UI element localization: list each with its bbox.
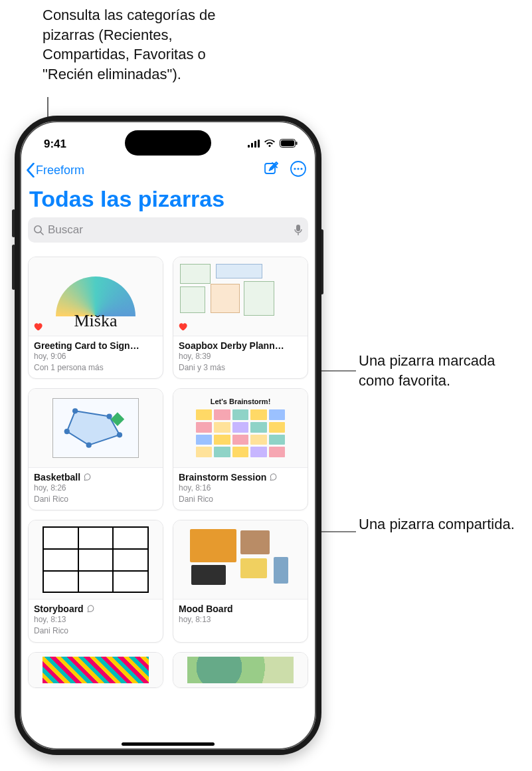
more-button[interactable] <box>290 160 307 180</box>
shared-icon <box>86 604 96 613</box>
svg-rect-3 <box>248 145 250 148</box>
wifi-icon <box>264 138 276 151</box>
search-icon <box>33 225 44 235</box>
board-grid-scroll[interactable]: Miška Greeting Card to Sign… hoy, 9:06 C… <box>20 251 316 750</box>
board-time: hoy, 8:26 <box>34 483 157 494</box>
svg-rect-17 <box>296 225 300 231</box>
board-time: hoy, 8:13 <box>179 615 302 625</box>
home-indicator[interactable] <box>122 742 215 746</box>
search-input[interactable] <box>48 223 290 237</box>
dictation-icon[interactable] <box>294 224 303 236</box>
svg-point-23 <box>86 443 92 448</box>
board-card[interactable] <box>28 652 163 688</box>
svg-rect-4 <box>251 143 253 148</box>
board-thumbnail: Let's Brainstorm! <box>173 389 308 467</box>
board-people: Dani Rico <box>179 495 302 505</box>
board-title: Storyboard <box>34 604 84 614</box>
board-card[interactable]: Mood Board hoy, 8:13 <box>173 520 308 642</box>
callout-favorite: Una pizarra marcada como favorita. <box>359 351 532 390</box>
favorite-heart-icon <box>33 321 43 332</box>
thumbnail-title: Let's Brainstorm! <box>191 397 290 405</box>
board-thumbnail <box>173 257 308 336</box>
board-card[interactable] <box>173 652 308 688</box>
shared-icon <box>83 473 92 482</box>
cellular-icon <box>248 138 260 151</box>
svg-rect-6 <box>258 140 260 148</box>
favorite-heart-icon <box>177 321 188 332</box>
svg-rect-9 <box>296 142 298 145</box>
board-time: hoy, 8:39 <box>179 352 302 362</box>
board-time: hoy, 9:06 <box>34 352 157 362</box>
board-thumbnail <box>29 389 163 467</box>
svg-point-20 <box>72 408 78 413</box>
board-people: Dani Rico <box>34 495 157 505</box>
board-thumbnail <box>29 520 163 599</box>
board-time: hoy, 8:13 <box>34 615 157 625</box>
board-thumbnail: Miška <box>29 257 163 336</box>
iphone-frame: 9:41 <box>15 116 321 755</box>
compose-icon <box>263 161 279 177</box>
board-people: Dani y 3 más <box>179 363 302 374</box>
board-card[interactable]: Let's Brainstorm! Brainstorm Session <box>173 388 308 510</box>
svg-line-16 <box>41 232 43 235</box>
svg-point-14 <box>300 167 302 169</box>
svg-point-12 <box>294 167 296 169</box>
board-title: Soapbox Derby Plann… <box>179 340 284 351</box>
back-label: Freeform <box>36 164 84 177</box>
board-thumbnail <box>173 653 308 687</box>
svg-point-24 <box>64 429 70 434</box>
board-thumbnail <box>173 520 308 599</box>
svg-rect-8 <box>281 140 294 146</box>
svg-rect-5 <box>254 141 256 148</box>
chevron-left-icon <box>25 163 36 177</box>
callout-shared: Una pizarra compartida. <box>359 514 515 534</box>
board-grid: Miška Greeting Card to Sign… hoy, 9:06 C… <box>28 257 308 688</box>
svg-point-21 <box>106 414 112 419</box>
status-time: 9:41 <box>44 138 66 151</box>
board-card[interactable]: Soapbox Derby Plann… hoy, 8:39 Dani y 3 … <box>173 257 308 379</box>
nav-bar: Freeform <box>20 156 316 183</box>
board-title: Brainstorm Session <box>179 472 266 483</box>
shared-icon <box>269 473 278 482</box>
board-title: Greeting Card to Sign… <box>34 340 139 351</box>
page-title: Todas las pizarras <box>20 183 316 217</box>
new-board-button[interactable] <box>263 161 279 179</box>
dynamic-island <box>125 130 211 156</box>
battery-icon <box>280 138 298 151</box>
svg-point-13 <box>297 167 299 169</box>
ellipsis-circle-icon <box>290 160 307 177</box>
back-button[interactable]: Freeform <box>25 163 84 177</box>
board-card[interactable]: Storyboard hoy, 8:13 Dani Rico <box>28 520 163 642</box>
search-bar[interactable] <box>28 217 308 243</box>
board-title: Mood Board <box>179 604 233 614</box>
board-people: Con 1 persona más <box>34 363 157 374</box>
board-card[interactable]: Basketball hoy, 8:26 Dani Rico <box>28 388 163 510</box>
board-thumbnail <box>29 653 163 687</box>
board-people: Dani Rico <box>34 626 157 637</box>
board-title: Basketball <box>34 472 80 483</box>
board-card[interactable]: Miška Greeting Card to Sign… hoy, 9:06 C… <box>28 257 163 379</box>
svg-point-22 <box>117 432 122 437</box>
callout-categories: Consulta las categorías de pizarras (Rec… <box>43 5 235 84</box>
board-time: hoy, 8:16 <box>179 483 302 494</box>
